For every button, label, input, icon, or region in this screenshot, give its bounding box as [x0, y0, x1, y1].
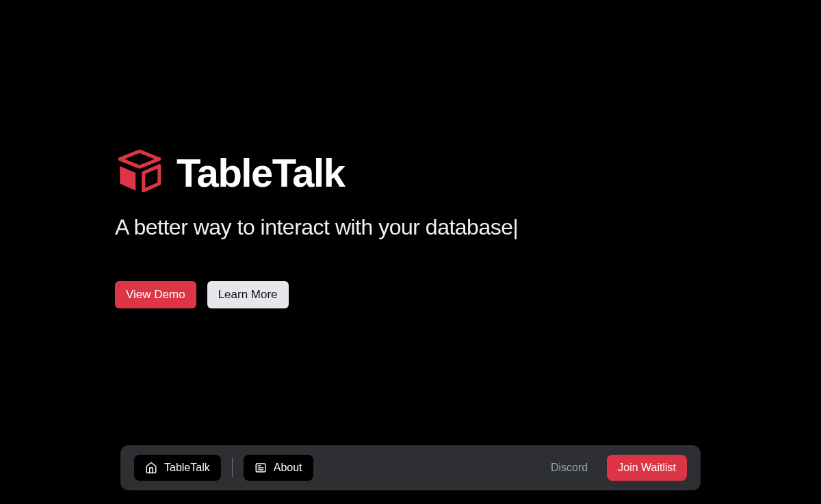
logo-icon	[115, 149, 164, 196]
brand-name: TableTalk	[177, 150, 344, 196]
hero-tagline: A better way to interact with your datab…	[115, 215, 821, 240]
discord-link[interactable]: Discord	[551, 462, 588, 474]
nav-item-tabletalk[interactable]: TableTalk	[134, 455, 221, 481]
nav-divider	[232, 458, 233, 477]
view-demo-button[interactable]: View Demo	[115, 281, 196, 308]
bottom-nav: TableTalk About Discord Join Waitlist	[120, 445, 701, 490]
nav-item-label: About	[274, 462, 302, 474]
nav-right: Discord Join Waitlist	[551, 455, 687, 481]
nav-item-label: TableTalk	[164, 462, 210, 474]
nav-item-about[interactable]: About	[244, 455, 313, 481]
join-waitlist-button[interactable]: Join Waitlist	[607, 455, 687, 481]
newspaper-icon	[255, 462, 267, 474]
brand-row: TableTalk	[115, 149, 821, 196]
hero-section: TableTalk A better way to interact with …	[0, 0, 821, 308]
home-icon	[145, 462, 157, 474]
cta-button-row: View Demo Learn More	[115, 281, 821, 308]
nav-left: TableTalk About	[134, 455, 313, 481]
learn-more-button[interactable]: Learn More	[207, 281, 289, 308]
